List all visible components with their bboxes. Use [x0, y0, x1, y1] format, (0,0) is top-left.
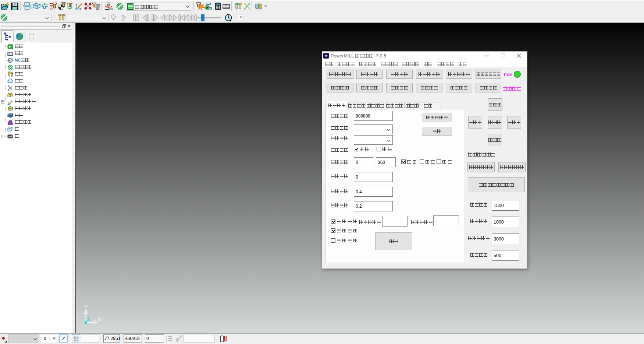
svg-text:z: z [166, 340, 167, 342]
svg-text:X: X [98, 316, 102, 322]
svg-text:ab: ab [8, 136, 11, 138]
svg-text:Y: Y [84, 304, 88, 310]
svg-text:Z: Z [87, 316, 90, 322]
